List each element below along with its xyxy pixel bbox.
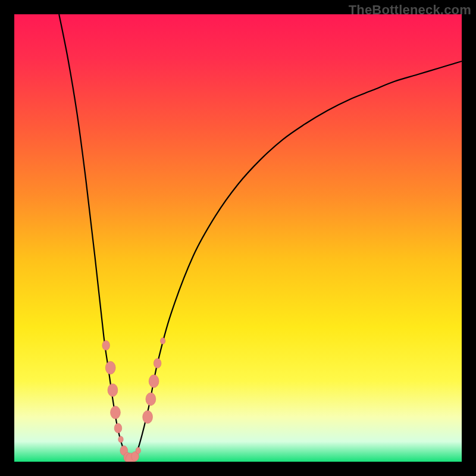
curve-marker [154, 358, 161, 368]
curve-marker [146, 393, 156, 406]
curve-marker [136, 447, 140, 454]
chart-frame [14, 14, 462, 462]
curve-marker [105, 361, 115, 374]
curve-marker [160, 338, 165, 345]
curve-marker [143, 411, 153, 424]
bottleneck-chart [14, 14, 462, 462]
curve-marker [111, 406, 121, 419]
curve-marker [118, 436, 123, 443]
curve-marker [114, 424, 122, 433]
curve-marker [108, 384, 118, 397]
curve-marker [102, 340, 110, 350]
curve-marker [149, 375, 159, 388]
